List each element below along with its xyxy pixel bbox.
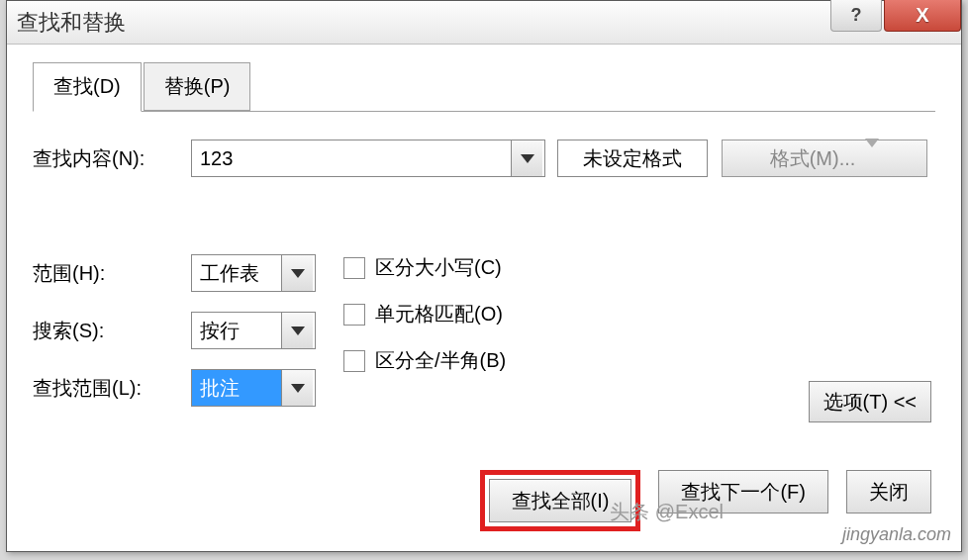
find-content-row: 查找内容(N): 未设定格式 格式(M)... bbox=[33, 140, 935, 177]
close-button[interactable]: 关闭 bbox=[846, 470, 931, 513]
match-width-checkbox[interactable] bbox=[343, 350, 365, 372]
close-label: 关闭 bbox=[869, 479, 909, 506]
find-content-input[interactable] bbox=[192, 140, 511, 176]
scope-value[interactable] bbox=[192, 255, 281, 291]
action-buttons: 查找全部(I) 查找下一个(F) 关闭 bbox=[7, 470, 961, 531]
dialog-content: 查找(D) 替换(P) 查找内容(N): 未设定格式 格式(M)... bbox=[7, 45, 961, 424]
look-in-label: 查找范围(L): bbox=[33, 375, 191, 402]
whole-cell-row: 单元格匹配(O) bbox=[343, 301, 506, 327]
format-preview: 未设定格式 bbox=[557, 140, 708, 177]
whole-cell-label: 单元格匹配(O) bbox=[375, 301, 503, 327]
scope-label: 范围(H): bbox=[33, 260, 191, 287]
window-close-button[interactable]: X bbox=[884, 0, 961, 32]
find-content-combo[interactable] bbox=[191, 140, 545, 177]
tab-bar: 查找(D) 替换(P) bbox=[33, 62, 935, 112]
checkbox-column: 区分大小写(C) 单元格匹配(O) 区分全/半角(B) bbox=[316, 254, 506, 374]
chevron-down-icon bbox=[865, 139, 879, 169]
search-dir-value[interactable] bbox=[192, 313, 281, 348]
match-case-label: 区分大小写(C) bbox=[375, 254, 502, 281]
chevron-down-icon bbox=[291, 327, 305, 335]
look-in-select[interactable] bbox=[191, 369, 316, 407]
format-button-arrow bbox=[865, 147, 879, 170]
find-content-label: 查找内容(N): bbox=[33, 145, 191, 172]
chevron-down-icon bbox=[291, 269, 305, 278]
find-replace-dialog: 查找和替换 ? X 查找(D) 替换(P) 查找内容(N): 未设定格式 bbox=[6, 0, 962, 552]
search-dir-select[interactable] bbox=[191, 312, 316, 349]
scope-select[interactable] bbox=[191, 254, 316, 292]
tab-find[interactable]: 查找(D) bbox=[33, 62, 142, 112]
find-all-label: 查找全部(I) bbox=[512, 488, 610, 514]
match-width-label: 区分全/半角(B) bbox=[375, 347, 506, 374]
titlebar: 查找和替换 ? X bbox=[7, 1, 961, 45]
options-toggle-button[interactable]: 选项(T) << bbox=[809, 381, 931, 422]
find-content-dropdown-arrow[interactable] bbox=[511, 140, 542, 176]
help-button[interactable]: ? bbox=[830, 0, 882, 32]
chevron-down-icon bbox=[291, 384, 305, 393]
options-toggle-label: 选项(T) << bbox=[823, 389, 917, 416]
tab-replace-label: 替换(P) bbox=[164, 75, 231, 97]
match-case-checkbox[interactable] bbox=[343, 257, 365, 279]
dropdown-column: 范围(H): 搜索(S): bbox=[33, 254, 316, 407]
match-case-row: 区分大小写(C) bbox=[343, 254, 506, 281]
format-button[interactable]: 格式(M)... bbox=[722, 140, 927, 177]
watermark-source: 头条 @Excel bbox=[610, 499, 724, 525]
scope-dropdown-arrow[interactable] bbox=[281, 255, 313, 291]
chevron-down-icon bbox=[521, 154, 534, 163]
tab-replace[interactable]: 替换(P) bbox=[144, 62, 251, 111]
search-dir-dropdown-arrow[interactable] bbox=[281, 313, 313, 348]
whole-cell-checkbox[interactable] bbox=[343, 304, 365, 326]
titlebar-buttons: ? X bbox=[830, 0, 961, 32]
format-button-label: 格式(M)... bbox=[770, 145, 856, 172]
tab-find-label: 查找(D) bbox=[53, 75, 121, 97]
options-section: 范围(H): 搜索(S): bbox=[33, 254, 935, 407]
match-width-row: 区分全/半角(B) bbox=[343, 347, 506, 374]
watermark-site: jingyanla.com bbox=[842, 524, 951, 545]
dialog-title: 查找和替换 bbox=[7, 8, 126, 38]
search-dir-label: 搜索(S): bbox=[33, 318, 191, 344]
spacer bbox=[33, 191, 935, 250]
look-in-value[interactable] bbox=[192, 370, 281, 406]
look-in-dropdown-arrow[interactable] bbox=[281, 370, 313, 406]
